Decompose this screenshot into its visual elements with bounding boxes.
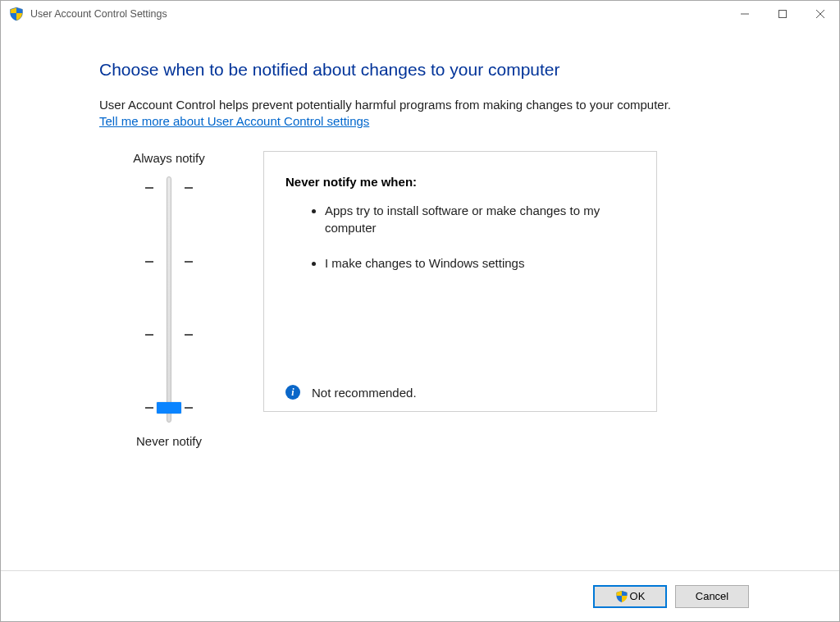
window-title: User Account Control Settings — [30, 8, 726, 20]
status-text: Not recommended. — [312, 386, 417, 400]
content-area: Choose when to be notified about changes… — [1, 27, 839, 570]
uac-shield-icon — [615, 590, 628, 603]
titlebar: User Account Control Settings — [1, 1, 839, 27]
status-row: i Not recommended. — [285, 377, 635, 400]
maximize-button[interactable] — [764, 1, 801, 27]
slider-label-top: Always notify — [133, 151, 205, 165]
body-row: Always notify Never notify Never notify … — [99, 151, 774, 448]
description-bullet: Apps try to install software or make cha… — [325, 202, 635, 236]
slider-tick — [140, 187, 198, 189]
uac-shield-icon — [9, 7, 24, 21]
description-panel: Never notify me when: Apps try to instal… — [263, 151, 657, 412]
slider-tick — [140, 334, 198, 336]
page-subtext: User Account Control helps prevent poten… — [99, 98, 774, 112]
slider-label-bottom: Never notify — [136, 434, 202, 448]
ok-button[interactable]: OK — [593, 585, 667, 608]
cancel-button-label: Cancel — [696, 590, 728, 602]
close-button[interactable] — [801, 1, 839, 27]
slider-thumb[interactable] — [157, 402, 181, 414]
ok-button-label: OK — [630, 590, 646, 602]
minimize-button[interactable] — [726, 1, 764, 27]
slider-track[interactable] — [140, 176, 198, 423]
description-heading: Never notify me when: — [285, 175, 635, 189]
notification-slider: Always notify Never notify — [99, 151, 239, 448]
description-bullet: I make changes to Windows settings — [325, 254, 635, 272]
page-heading: Choose when to be notified about changes… — [99, 60, 774, 80]
svg-rect-0 — [779, 11, 787, 18]
learn-more-link[interactable]: Tell me more about User Account Control … — [99, 114, 369, 128]
uac-settings-window: User Account Control Settings Choose whe… — [0, 0, 840, 622]
description-list: Apps try to install software or make cha… — [285, 202, 635, 377]
info-icon: i — [285, 385, 300, 400]
slider-tick — [140, 261, 198, 263]
footer: OK Cancel — [1, 570, 839, 621]
cancel-button[interactable]: Cancel — [675, 585, 749, 608]
